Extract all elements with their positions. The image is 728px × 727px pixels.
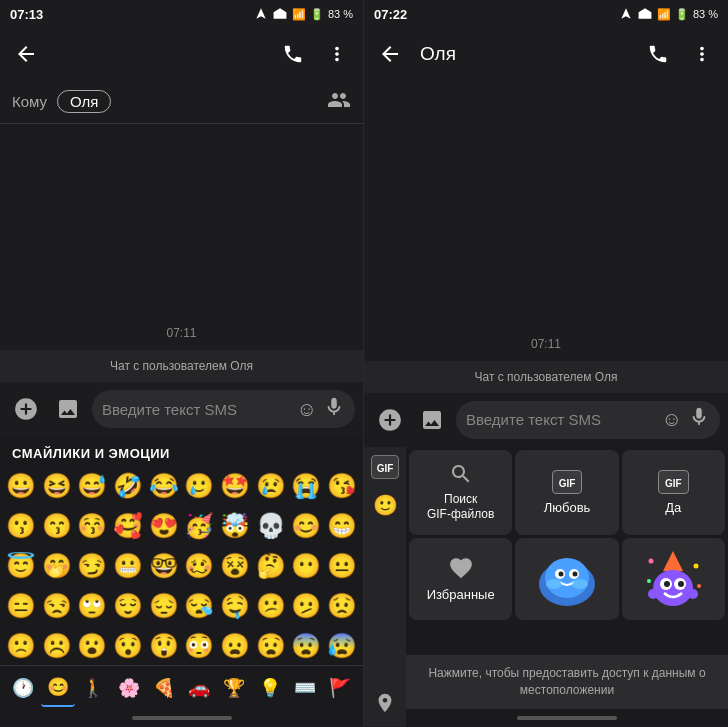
left-text-input-wrap[interactable]: Введите текст SMS ☺ (92, 390, 355, 428)
left-mic-button[interactable] (323, 396, 345, 423)
emoji-3[interactable]: 😅 (75, 467, 109, 505)
right-emoji-button[interactable]: ☺ (662, 408, 682, 431)
emoji-41[interactable]: 🙁 (4, 627, 38, 665)
emoji-21[interactable]: 😇 (4, 547, 38, 585)
emoji-36[interactable]: 😪 (183, 587, 217, 625)
emoji-40[interactable]: 😟 (325, 587, 359, 625)
svg-point-10 (653, 570, 693, 606)
emoji-tab-nature[interactable]: 🌸 (112, 669, 145, 707)
gif-tab-gif[interactable]: GIF (371, 455, 400, 479)
emoji-30[interactable]: 😐 (325, 547, 359, 585)
emoji-48[interactable]: 😧 (254, 627, 288, 665)
emoji-14[interactable]: 🥰 (111, 507, 145, 545)
emoji-tab-flags[interactable]: 🚩 (324, 669, 357, 707)
left-emoji-button[interactable]: ☺ (297, 398, 317, 421)
emoji-47[interactable]: 😦 (218, 627, 252, 665)
gif-love-card[interactable]: GIF Любовь (515, 450, 618, 535)
emoji-25[interactable]: 🤓 (147, 547, 181, 585)
right-back-button[interactable] (372, 36, 408, 72)
sticker-card-1[interactable] (515, 538, 618, 620)
emoji-19[interactable]: 😊 (290, 507, 324, 545)
emoji-38[interactable]: 😕 (254, 587, 288, 625)
recipient-chip[interactable]: Оля (57, 90, 111, 113)
emoji-6[interactable]: 🥲 (183, 467, 217, 505)
emoji-15[interactable]: 😍 (147, 507, 181, 545)
left-more-button[interactable] (319, 36, 355, 72)
svg-point-13 (664, 581, 670, 587)
svg-point-14 (678, 581, 684, 587)
emoji-4[interactable]: 🤣 (111, 467, 145, 505)
emoji-46[interactable]: 😳 (183, 627, 217, 665)
gif-love-label: Любовь (544, 500, 591, 515)
emoji-24[interactable]: 😬 (111, 547, 145, 585)
left-image-button[interactable] (50, 391, 86, 427)
home-bar-left (132, 716, 232, 720)
gif-tab-location[interactable] (374, 692, 396, 719)
emoji-34[interactable]: 😌 (111, 587, 145, 625)
svg-marker-8 (663, 551, 683, 571)
emoji-7[interactable]: 🤩 (218, 467, 252, 505)
gif-tab-emoji[interactable]: 🙂 (373, 493, 398, 517)
emoji-tab-travel[interactable]: 🚗 (182, 669, 215, 707)
emoji-32[interactable]: 😒 (40, 587, 74, 625)
left-phone-button[interactable] (275, 36, 311, 72)
right-more-button[interactable] (684, 36, 720, 72)
emoji-tab-people[interactable]: 🚶 (77, 669, 110, 707)
emoji-22[interactable]: 🤭 (40, 547, 74, 585)
home-indicator-left (0, 709, 363, 727)
right-mic-button[interactable] (688, 406, 710, 433)
emoji-35[interactable]: 😔 (147, 587, 181, 625)
emoji-37[interactable]: 🤤 (218, 587, 252, 625)
emoji-31[interactable]: 😑 (4, 587, 38, 625)
emoji-tab-food[interactable]: 🍕 (147, 669, 180, 707)
emoji-49[interactable]: 😨 (290, 627, 324, 665)
emoji-9[interactable]: 😭 (290, 467, 324, 505)
emoji-tab-activity[interactable]: 🏆 (218, 669, 251, 707)
left-plus-button[interactable] (8, 391, 44, 427)
right-plus-button[interactable] (372, 402, 408, 438)
emoji-1[interactable]: 😀 (4, 467, 38, 505)
emoji-18[interactable]: 💀 (254, 507, 288, 545)
right-text-input-wrap[interactable]: Введите текст SMS ☺ (456, 401, 720, 439)
emoji-13[interactable]: 😚 (75, 507, 109, 545)
emoji-16[interactable]: 🥳 (183, 507, 217, 545)
emoji-39[interactable]: 🫤 (290, 587, 324, 625)
gif-yes-card[interactable]: GIF Да (622, 450, 725, 535)
emoji-10[interactable]: 😘 (325, 467, 359, 505)
sticker-card-2[interactable] (622, 538, 725, 620)
gif-favorites-card[interactable]: Избранные (409, 538, 512, 620)
right-panel: 07:22 📶 🔋 83 % Оля 07:11 Чат с пользоват… (364, 0, 728, 727)
emoji-50[interactable]: 😰 (325, 627, 359, 665)
left-back-button[interactable] (8, 36, 44, 72)
right-chat-info-bar: Чат с пользователем Оля (364, 361, 728, 393)
emoji-43[interactable]: 😮 (75, 627, 109, 665)
emoji-45[interactable]: 😲 (147, 627, 181, 665)
emoji-8[interactable]: 😢 (254, 467, 288, 505)
location-banner[interactable]: Нажмите, чтобы предоставить доступ к дан… (406, 655, 728, 709)
add-person-button[interactable] (327, 88, 351, 116)
emoji-44[interactable]: 😯 (111, 627, 145, 665)
emoji-tab-objects[interactable]: 💡 (253, 669, 286, 707)
emoji-42[interactable]: ☹️ (40, 627, 74, 665)
emoji-tab-symbols[interactable]: ⌨️ (288, 669, 321, 707)
emoji-33[interactable]: 🙄 (75, 587, 109, 625)
home-bar-right (517, 716, 617, 720)
emoji-28[interactable]: 🤔 (254, 547, 288, 585)
emoji-tab-face[interactable]: 😊 (41, 669, 74, 707)
emoji-17[interactable]: 🤯 (218, 507, 252, 545)
right-phone-button[interactable] (640, 36, 676, 72)
right-image-button[interactable] (414, 402, 450, 438)
emoji-23[interactable]: 😏 (75, 547, 109, 585)
emoji-11[interactable]: 😗 (4, 507, 38, 545)
emoji-26[interactable]: 🥴 (183, 547, 217, 585)
emoji-tab-recent[interactable]: 🕐 (6, 669, 39, 707)
emoji-27[interactable]: 😵 (218, 547, 252, 585)
svg-point-5 (572, 572, 577, 577)
emoji-5[interactable]: 😂 (147, 467, 181, 505)
emoji-12[interactable]: 😙 (40, 507, 74, 545)
emoji-20[interactable]: 😁 (325, 507, 359, 545)
left-chat-area: 07:11 (0, 124, 363, 350)
gif-search-card[interactable]: ПоискGIF-файлов (409, 450, 512, 535)
emoji-29[interactable]: 😶 (290, 547, 324, 585)
emoji-2[interactable]: 😆 (40, 467, 74, 505)
